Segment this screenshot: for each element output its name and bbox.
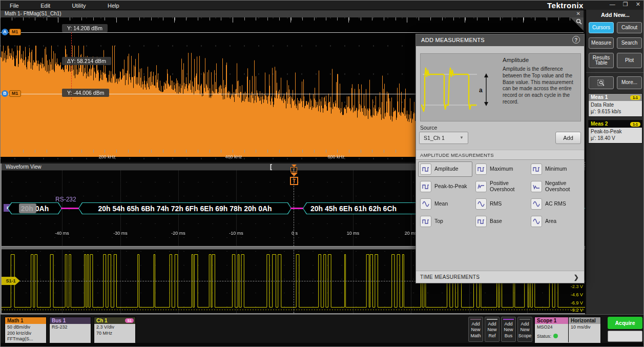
measure-area[interactable]: Area bbox=[529, 214, 583, 229]
measure-button[interactable]: Measure bbox=[589, 37, 614, 49]
taskbar-strip bbox=[1, 343, 644, 347]
freq-tick-400k: 400 kHz bbox=[225, 154, 242, 159]
waveform-view-title: Waveform View bbox=[6, 164, 41, 170]
measure-minimum[interactable]: Minimum bbox=[529, 161, 583, 177]
freq-tick-200k: 200 kHz bbox=[98, 154, 115, 159]
plot-button[interactable]: Plot bbox=[617, 53, 642, 68]
callout-button[interactable]: Callout bbox=[617, 22, 642, 33]
search-button[interactable]: Search bbox=[617, 37, 642, 49]
help-icon[interactable]: ? bbox=[572, 36, 580, 44]
measure-maximum[interactable]: Maximum bbox=[473, 161, 528, 177]
maximum-measure-icon bbox=[475, 164, 487, 175]
tooltip-artifact bbox=[19, 203, 36, 213]
cursor-b-readout: Y: -44.006 dBm bbox=[62, 89, 109, 97]
acquire-secondary-button[interactable] bbox=[608, 331, 642, 342]
meas2-value: µ': 18.40 V bbox=[591, 135, 640, 142]
meas1-value: µ': 9.615 kb/s bbox=[591, 109, 640, 115]
math1-settings-card[interactable]: Math 1 50 dBm/div 200 kHz/div FFTmag(S..… bbox=[5, 317, 47, 342]
cursors-button[interactable]: Cursors bbox=[589, 22, 614, 33]
horizontal-settings-card[interactable]: Horizontal 10 ms/div bbox=[568, 317, 601, 342]
math1-tag: M1 bbox=[9, 29, 21, 35]
menu-bar: File Edit Utility Help Tektronix — ❐ ✕ bbox=[1, 1, 644, 10]
amplitude-section-header: AMPLITUDE MEASUREMENTS bbox=[416, 150, 584, 160]
bus-idle-segment bbox=[290, 208, 304, 209]
base-measure-icon bbox=[475, 216, 487, 227]
amplitude-arrow-icon: a bbox=[478, 54, 491, 121]
time-tick: -10 ms bbox=[229, 231, 243, 236]
acquire-button[interactable]: Acquire bbox=[608, 317, 642, 329]
tektronix-logo: Tektronix bbox=[547, 1, 584, 10]
bus-packet-text: 20h 54h 65h 6Bh 74h 72h 6Fh 6Eh 69h 78h … bbox=[79, 203, 291, 214]
close-icon[interactable]: ✕ bbox=[636, 1, 640, 7]
add-new-scope-button[interactable]: Add New Scope bbox=[517, 317, 532, 342]
dialog-titlebar[interactable]: ADD MEASUREMENTS ? bbox=[416, 34, 584, 46]
time-tick: -20 ms bbox=[171, 231, 185, 236]
measure-peak-to-peak[interactable]: Peak-to-Peak bbox=[418, 179, 472, 194]
menu-file[interactable]: File bbox=[10, 3, 19, 9]
minimum-measure-icon bbox=[531, 164, 542, 175]
cursor-b-handle[interactable]: B M1 bbox=[2, 90, 21, 97]
bottom-settings-bar: Math 1 50 dBm/div 200 kHz/div FFTmag(S..… bbox=[1, 314, 644, 343]
zoom-mode-button[interactable] bbox=[589, 76, 614, 89]
arrow-label: a bbox=[479, 87, 483, 94]
math-window-titlebar[interactable]: Math 1- FftMag(S1_Ch1) ✕ bbox=[1, 10, 584, 18]
fft-top-major-ticks bbox=[1, 17, 584, 23]
measure-amplitude[interactable]: Amplitude bbox=[418, 161, 472, 177]
amplitude-waveform-illustration bbox=[421, 54, 478, 121]
restore-icon[interactable]: ❐ bbox=[623, 1, 628, 7]
cursor-b-badge: B bbox=[2, 90, 8, 97]
source-select[interactable]: S1_Ch 1 ▼ bbox=[419, 132, 468, 144]
meas2-pill: 1-1 bbox=[630, 122, 640, 127]
cursor-a-line[interactable] bbox=[1, 32, 584, 33]
add-new-ref-button[interactable]: Add New Ref bbox=[485, 317, 500, 342]
minimize-icon[interactable]: — bbox=[610, 1, 615, 7]
top-measure-icon bbox=[420, 216, 431, 227]
s1-pill: S1 bbox=[125, 318, 134, 323]
meas1-type: Data Rate bbox=[591, 102, 640, 109]
math-close-icon[interactable]: ✕ bbox=[576, 10, 580, 17]
add-button[interactable]: Add bbox=[555, 132, 581, 144]
status-green-dot bbox=[553, 334, 558, 338]
add-new-math-button[interactable]: Add New Math bbox=[468, 317, 483, 342]
meas1-pill: 1-1 bbox=[630, 95, 640, 100]
menu-utility[interactable]: Utility bbox=[72, 3, 86, 9]
measurement-info-panel: a Amplitude Amplitude is the difference … bbox=[420, 53, 581, 121]
math1-tag: M1 bbox=[9, 90, 21, 97]
add-new-bus-button[interactable]: Add New Bus bbox=[501, 317, 516, 342]
measure-base[interactable]: Base bbox=[473, 214, 528, 229]
measure-rms[interactable]: RMS bbox=[473, 196, 528, 212]
bus1-settings-card[interactable]: Bus 1 RS-232 bbox=[49, 317, 91, 342]
rms-measure-icon bbox=[475, 198, 487, 210]
add-new-title: Add New... bbox=[586, 12, 644, 18]
voltage-tick: -4.6 V bbox=[563, 292, 583, 297]
measure-mean[interactable]: Mean bbox=[418, 196, 472, 212]
voltage-tick: -6.9 V bbox=[563, 300, 583, 305]
measure-positive-overshoot[interactable]: Positive Overshoot bbox=[473, 179, 528, 194]
cursor-a-handle[interactable]: A M1 bbox=[2, 29, 21, 35]
mean-measure-icon bbox=[420, 198, 431, 210]
source-value: S1_Ch 1 bbox=[424, 135, 445, 141]
area-measure-icon bbox=[531, 216, 542, 227]
time-measurements-expander[interactable]: TIME MEASUREMENTS ❯ bbox=[416, 271, 584, 283]
ch1-settings-card[interactable]: Ch 1 S1 2.3 V/div 70 MHz bbox=[94, 317, 136, 342]
results-table-button[interactable]: Results Table bbox=[589, 53, 614, 68]
voltage-tick: -9.2 V bbox=[563, 308, 583, 313]
negative-overshoot-measure-icon bbox=[531, 181, 542, 192]
more-button[interactable]: More... bbox=[617, 76, 642, 89]
math-window-title: Math 1- FftMag(S1_Ch1) bbox=[5, 11, 61, 16]
amplitude-measure-icon bbox=[420, 164, 431, 175]
measure-negative-overshoot[interactable]: Negative Overshoot bbox=[529, 179, 583, 194]
time-tick: 10 ms bbox=[347, 231, 360, 236]
peak-to-peak-measure-icon bbox=[420, 181, 431, 192]
menu-help[interactable]: Help bbox=[108, 3, 119, 9]
voltage-tick: -2.3 V bbox=[563, 284, 583, 289]
measure-ac-rms[interactable]: AC RMS bbox=[529, 196, 583, 212]
source-label: Source bbox=[420, 125, 437, 131]
zoom-bracket-left[interactable]: [ bbox=[270, 164, 272, 170]
measure-top[interactable]: Top bbox=[418, 214, 472, 229]
meas2-badge-card[interactable]: Meas 2 1-1 Peak-to-Peak µ': 18.40 V bbox=[588, 120, 642, 144]
measurement-grid: Amplitude Maximum Minimum Peak-to-Peak P… bbox=[418, 161, 583, 229]
menu-edit[interactable]: Edit bbox=[40, 3, 50, 9]
freq-tick-600k: 600 kHz bbox=[327, 154, 344, 159]
meas1-badge-card[interactable]: Meas 1 1-1 Data Rate µ': 9.615 kb/s bbox=[588, 93, 642, 117]
